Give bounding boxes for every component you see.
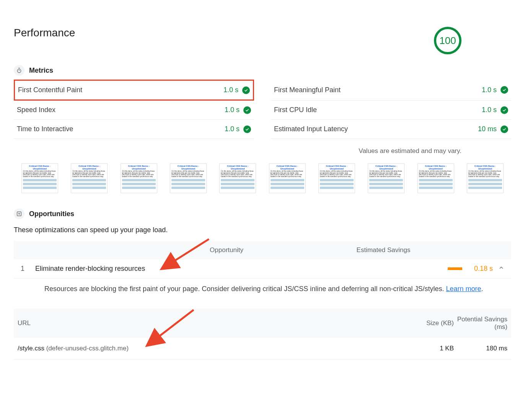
opportunities-table-header: Opportunity Estimated Savings	[14, 241, 511, 259]
opportunities-section-header: Opportunities	[14, 208, 511, 219]
col-opportunity: Opportunity	[21, 246, 262, 254]
metrics-heading: Metrics	[29, 67, 53, 75]
learn-more-link[interactable]: Learn more	[446, 285, 481, 293]
filmstrip-frame: Critical CSS Demo - UnoptimizedOn this d…	[71, 163, 108, 193]
filmstrip-frame: Critical CSS Demo - UnoptimizedOn this d…	[219, 163, 256, 193]
opportunity-detail-text: Resources are blocking the first paint o…	[44, 285, 446, 293]
metric-row[interactable]: First CPU Idle1.0 s	[271, 101, 511, 120]
check-icon	[243, 106, 251, 114]
check-icon	[501, 125, 508, 133]
metric-row[interactable]: Time to Interactive1.0 s	[14, 120, 254, 139]
metric-label: First Meaningful Paint	[274, 86, 341, 94]
col-url: URL	[18, 319, 404, 327]
col-size: Size (KB)	[404, 319, 454, 327]
metric-value: 10 ms	[478, 125, 497, 133]
score-value: 100	[439, 35, 456, 47]
check-icon	[243, 125, 251, 133]
filmstrip-frame: Critical CSS Demo - UnoptimizedOn this d…	[170, 163, 207, 193]
performance-score-gauge: 100	[434, 27, 461, 54]
filmstrip-frame: Critical CSS Demo - UnoptimizedOn this d…	[417, 163, 454, 193]
filmstrip: Critical CSS Demo - UnoptimizedOn this d…	[14, 163, 511, 193]
metric-value: 1.0 s	[225, 125, 240, 133]
metric-label: Estimated Input Latency	[274, 125, 348, 133]
check-icon	[501, 86, 508, 94]
opportunity-index: 1	[21, 265, 35, 273]
col-potential-savings: Potential Savings (ms)	[454, 316, 507, 331]
resource-size: 1 KB	[404, 345, 454, 352]
resource-savings: 180 ms	[454, 345, 507, 352]
filmstrip-frame: Critical CSS Demo - UnoptimizedOn this d…	[467, 163, 504, 193]
opportunity-savings: 0.18 s	[466, 265, 493, 273]
page-title: Performance	[14, 27, 75, 39]
metric-value: 1.0 s	[482, 106, 497, 114]
metric-label: Time to Interactive	[17, 125, 73, 133]
chevron-up-icon[interactable]	[493, 265, 504, 273]
metrics-grid: First Contentful Paint1.0 sFirst Meaning…	[14, 80, 511, 139]
filmstrip-frame: Critical CSS Demo - UnoptimizedOn this d…	[121, 163, 157, 193]
resources-table: URL Size (KB) Potential Savings (ms) /st…	[14, 309, 511, 360]
metric-label: First Contentful Paint	[18, 86, 82, 94]
metric-row[interactable]: Speed Index1.0 s	[14, 101, 254, 120]
resources-header: URL Size (KB) Potential Savings (ms)	[14, 309, 511, 338]
filmstrip-frame: Critical CSS Demo - UnoptimizedOn this d…	[318, 163, 355, 193]
estimate-note: Values are estimated and may vary.	[14, 147, 511, 155]
stopwatch-icon	[14, 65, 24, 76]
metric-row[interactable]: First Meaningful Paint1.0 s	[271, 80, 511, 101]
opportunities-heading: Opportunities	[29, 210, 74, 218]
savings-bar	[448, 267, 462, 270]
metric-label: First CPU Idle	[274, 106, 317, 114]
opportunities-icon	[14, 208, 24, 219]
resource-path: /style.css	[18, 345, 44, 352]
opportunity-detail: Resources are blocking the first paint o…	[14, 278, 511, 300]
metric-row[interactable]: First Contentful Paint1.0 s	[14, 80, 254, 101]
filmstrip-frame: Critical CSS Demo - UnoptimizedOn this d…	[269, 163, 306, 193]
opportunity-detail-suffix: .	[481, 285, 483, 293]
opportunities-description: These optimizations can speed up your pa…	[14, 226, 511, 234]
metric-value: 1.0 s	[482, 86, 497, 94]
filmstrip-frame: Critical CSS Demo - UnoptimizedOn this d…	[368, 163, 404, 193]
savings-bar-cell	[412, 267, 466, 270]
opportunity-row[interactable]: 1 Eliminate render-blocking resources 0.…	[14, 259, 511, 278]
resource-host: (defer-unused-css.glitch.me)	[46, 345, 129, 352]
metric-value: 1.0 s	[223, 86, 238, 94]
opportunity-name: Eliminate render-blocking resources	[35, 265, 412, 273]
metric-row[interactable]: Estimated Input Latency10 ms	[271, 120, 511, 139]
metrics-section-header: Metrics	[14, 65, 511, 76]
check-icon	[242, 86, 250, 94]
col-estimated-savings: Estimated Savings	[262, 246, 504, 254]
resource-url: /style.css (defer-unused-css.glitch.me)	[18, 345, 404, 352]
resource-row: /style.css (defer-unused-css.glitch.me) …	[14, 338, 511, 360]
metric-label: Speed Index	[17, 106, 55, 114]
metric-value: 1.0 s	[225, 106, 240, 114]
svg-point-0	[17, 69, 21, 73]
filmstrip-frame: Critical CSS Demo - UnoptimizedOn this d…	[21, 163, 58, 193]
check-icon	[501, 106, 508, 114]
